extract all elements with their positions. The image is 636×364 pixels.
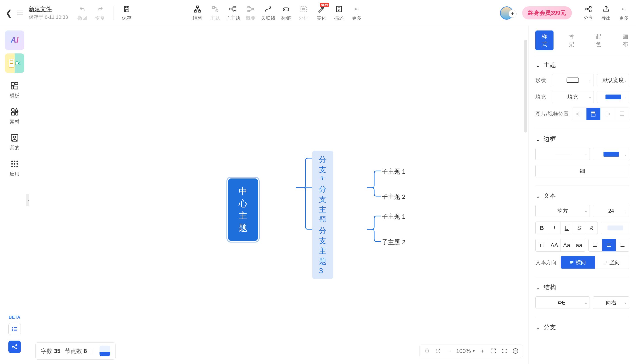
- apps-button[interactable]: 应用: [10, 159, 20, 177]
- split-view-card[interactable]: [5, 54, 24, 73]
- subtopic-button[interactable]: 子主题: [225, 5, 241, 22]
- mouse-icon[interactable]: [423, 347, 431, 355]
- material-button[interactable]: 素材: [10, 107, 20, 125]
- export-button[interactable]: 导出: [598, 5, 614, 22]
- sub-node[interactable]: 子主题 1: [382, 212, 405, 221]
- menu-button[interactable]: [16, 8, 24, 18]
- canvas[interactable]: 中心主题 分支主题 1 分支主题 2 分支主题 3 子主题 1 子主题 2 子主…: [29, 26, 529, 364]
- align-center[interactable]: [602, 239, 615, 251]
- frame-button[interactable]: 外框: [296, 5, 311, 22]
- svg-rect-12: [283, 8, 289, 11]
- svg-point-13: [284, 9, 285, 10]
- clear-format-button[interactable]: [585, 222, 597, 234]
- text-format-group: B I U S: [535, 222, 598, 234]
- vip-badge[interactable]: 终身会员399元: [522, 6, 572, 20]
- dir-horizontal[interactable]: 横向: [561, 256, 595, 268]
- structure-button[interactable]: 结构: [190, 5, 205, 22]
- tab-skeleton[interactable]: 骨架: [562, 30, 580, 50]
- case-tt[interactable]: TT: [536, 239, 548, 251]
- tag-button[interactable]: 标签: [278, 5, 294, 22]
- fit-icon[interactable]: [489, 347, 497, 355]
- width-select[interactable]: 默认宽度⌄: [597, 74, 629, 86]
- avatar[interactable]: +: [500, 6, 513, 20]
- svg-rect-8: [248, 6, 250, 8]
- media-pos-top[interactable]: [586, 108, 601, 120]
- outline-button[interactable]: [9, 323, 21, 335]
- section-header-topic[interactable]: ⌄主题: [535, 61, 629, 69]
- scroll-indicator[interactable]: [524, 40, 527, 132]
- zoom-in-button[interactable]: +: [478, 347, 486, 355]
- bold-button[interactable]: B: [536, 222, 548, 234]
- template-button[interactable]: 模板: [10, 81, 20, 99]
- tab-palette[interactable]: 配色: [589, 30, 607, 50]
- section-header-text[interactable]: ⌄文本: [535, 192, 629, 200]
- underline-button[interactable]: U: [560, 222, 573, 234]
- media-pos-left[interactable]: [572, 108, 586, 120]
- svg-point-11: [265, 10, 267, 12]
- shape-select[interactable]: ⌄: [552, 74, 594, 86]
- section-header-branch[interactable]: ⌄分支: [535, 323, 629, 332]
- more2-button[interactable]: ••• 更多: [616, 5, 631, 22]
- tab-canvas[interactable]: 画布: [616, 30, 634, 50]
- fill-type-select[interactable]: 填充⌄: [552, 91, 594, 103]
- bot-icon[interactable]: [100, 346, 110, 356]
- border-color-select[interactable]: ⌄: [593, 148, 629, 160]
- template-icon: [10, 81, 20, 90]
- file-name[interactable]: 新建文件: [29, 5, 68, 13]
- svg-point-44: [14, 166, 15, 167]
- center-node[interactable]: 中心主题: [228, 178, 258, 241]
- case-lower[interactable]: aa: [573, 239, 585, 251]
- dir-vertical[interactable]: 竖向: [595, 256, 629, 268]
- font-select[interactable]: 苹方⌄: [535, 205, 590, 217]
- align-right[interactable]: [616, 239, 629, 251]
- svg-rect-7: [234, 10, 236, 12]
- desc-button[interactable]: 描述: [331, 5, 347, 22]
- section-branch: ⌄分支: [535, 317, 629, 340]
- add-user-button[interactable]: +: [509, 10, 517, 18]
- svg-rect-1: [195, 10, 196, 12]
- section-header-structure[interactable]: ⌄结构: [535, 283, 629, 292]
- mine-button[interactable]: 我的: [10, 133, 20, 151]
- sub-node[interactable]: 子主题 2: [382, 192, 405, 201]
- border-style-select[interactable]: ⌄: [535, 148, 590, 160]
- save-icon: [122, 5, 131, 14]
- topic-button[interactable]: 主题: [207, 5, 223, 22]
- text-color-select[interactable]: ⌄: [601, 222, 629, 234]
- more-icon[interactable]: [512, 347, 519, 355]
- more-button[interactable]: ••• 更多: [349, 5, 364, 22]
- tab-style[interactable]: 样式: [535, 30, 553, 50]
- structure-type-select[interactable]: ⌄: [535, 296, 590, 309]
- zoom-level[interactable]: 100%▼: [456, 348, 475, 354]
- save-button[interactable]: 保存: [119, 5, 134, 22]
- locate-icon[interactable]: [434, 347, 442, 355]
- sub-node[interactable]: 子主题 1: [382, 168, 405, 176]
- share-button[interactable]: 分享: [581, 5, 596, 22]
- font-size-select[interactable]: 24⌄: [593, 205, 629, 217]
- relation-button[interactable]: 关联线: [261, 5, 276, 22]
- strike-button[interactable]: S: [573, 222, 585, 234]
- section-header-border[interactable]: ⌄边框: [535, 135, 629, 143]
- share-fab[interactable]: [9, 340, 21, 353]
- more2-icon: •••: [619, 5, 628, 14]
- border-width-select[interactable]: 细⌄: [535, 165, 629, 177]
- bottom-bar: 字数 35 节点数 8 | − 100%▼ +: [35, 342, 523, 360]
- media-pos-bottom[interactable]: [615, 108, 629, 120]
- branch-node-3[interactable]: 分支主题 3: [312, 222, 333, 279]
- beautify-button[interactable]: NEW 美化: [314, 5, 329, 22]
- fullscreen-icon[interactable]: [500, 347, 508, 355]
- media-pos-right[interactable]: [600, 108, 615, 120]
- zoom-out-button[interactable]: −: [445, 347, 453, 355]
- back-button[interactable]: ❮: [5, 8, 13, 18]
- case-upper[interactable]: AA: [548, 239, 560, 251]
- svg-rect-67: [605, 112, 608, 116]
- summary-button[interactable]: 概要: [243, 5, 258, 22]
- ai-card[interactable]: Ai: [5, 30, 24, 50]
- structure-dir-select[interactable]: 向右⌄: [593, 296, 629, 309]
- italic-button[interactable]: I: [548, 222, 560, 234]
- fill-color-select[interactable]: ⌄: [597, 91, 629, 103]
- case-title[interactable]: Aa: [560, 239, 573, 251]
- align-left[interactable]: [589, 239, 602, 251]
- undo-button[interactable]: 撤回: [75, 5, 90, 22]
- redo-button[interactable]: 恢复: [92, 5, 108, 22]
- sub-node[interactable]: 子主题 2: [382, 238, 405, 246]
